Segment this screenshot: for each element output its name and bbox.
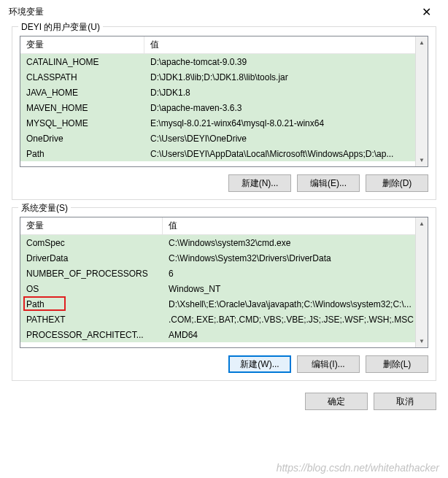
table-row[interactable]: PATHEXT.COM;.EXE;.BAT;.CMD;.VBS;.VBE;.JS… — [20, 312, 428, 327]
user-vars-group: DEYI 的用户变量(U) 变量 值 CATALINA_HOMED:\apach… — [12, 26, 436, 200]
table-row[interactable]: OneDriveC:\Users\DEYI\OneDrive — [20, 131, 428, 146]
titlebar: 环境变量 ✕ — [0, 0, 448, 22]
col-variable[interactable]: 变量 — [20, 36, 144, 54]
system-vars-group: 系统变量(S) 变量 值 ComSpecC:\Windows\system32\… — [12, 207, 436, 381]
table-row[interactable]: MAVEN_HOMED:\apache-maven-3.6.3 — [20, 100, 428, 115]
col-value[interactable]: 值 — [144, 36, 428, 54]
system-vars-buttons: 新建(W)... 编辑(I)... 删除(L) — [20, 355, 428, 373]
scroll-up-icon[interactable]: ▲ — [416, 36, 428, 49]
table-row[interactable]: CLASSPATHD:\JDK1.8\lib;D:\JDK1.8\lib\too… — [20, 69, 428, 85]
user-vars-table[interactable]: 变量 值 CATALINA_HOMED:\apache-tomcat-9.0.3… — [20, 36, 428, 167]
edit-system-var-button[interactable]: 编辑(I)... — [297, 355, 360, 373]
scrollbar[interactable]: ▲ ▼ — [415, 36, 428, 166]
col-value[interactable]: 值 — [163, 217, 428, 235]
table-row[interactable]: OSWindows_NT — [20, 281, 428, 296]
table-row[interactable]: PathD:\Xshell\;E:\Oracle\Java\javapath;C… — [20, 296, 428, 312]
dialog-title: 环境变量 — [9, 6, 44, 18]
cancel-button[interactable]: 取消 — [374, 393, 436, 410]
scrollbar[interactable]: ▲ ▼ — [415, 217, 428, 347]
table-row[interactable]: ComSpecC:\Windows\system32\cmd.exe — [20, 235, 428, 250]
table-row[interactable]: PROCESSOR_ARCHITECT...AMD64 — [20, 327, 428, 342]
system-vars-label: 系统变量(S) — [18, 202, 71, 215]
new-system-var-button[interactable]: 新建(W)... — [228, 355, 291, 373]
col-variable[interactable]: 变量 — [20, 217, 163, 235]
edit-user-var-button[interactable]: 编辑(E)... — [297, 174, 360, 192]
close-icon[interactable]: ✕ — [412, 5, 441, 19]
watermark: https://blog.csdn.net/whitehathacker — [277, 462, 439, 474]
scroll-up-icon[interactable]: ▲ — [416, 217, 428, 230]
scroll-down-icon[interactable]: ▼ — [416, 154, 428, 166]
table-row[interactable]: MYSQL_HOMEE:\mysql-8.0.21-winx64\mysql-8… — [20, 115, 428, 131]
table-header: 变量 值 — [20, 217, 428, 235]
user-vars-buttons: 新建(N)... 编辑(E)... 删除(D) — [20, 174, 428, 192]
delete-system-var-button[interactable]: 删除(L) — [366, 355, 428, 373]
dialog-buttons: 确定 取消 — [0, 388, 448, 417]
table-row[interactable]: CATALINA_HOMED:\apache-tomcat-9.0.39 — [20, 54, 428, 69]
system-vars-body: ComSpecC:\Windows\system32\cmd.exe Drive… — [20, 235, 428, 342]
scroll-down-icon[interactable]: ▼ — [416, 335, 428, 347]
table-row[interactable]: NUMBER_OF_PROCESSORS6 — [20, 266, 428, 281]
new-user-var-button[interactable]: 新建(N)... — [228, 174, 291, 192]
ok-button[interactable]: 确定 — [305, 393, 368, 410]
table-row[interactable]: DriverDataC:\Windows\System32\Drivers\Dr… — [20, 250, 428, 266]
table-header: 变量 值 — [20, 36, 428, 54]
table-row[interactable]: JAVA_HOMED:\JDK1.8 — [20, 85, 428, 100]
user-vars-label: DEYI 的用户变量(U) — [18, 21, 103, 34]
table-row[interactable]: PathC:\Users\DEYI\AppData\Local\Microsof… — [20, 146, 428, 161]
system-vars-table[interactable]: 变量 值 ComSpecC:\Windows\system32\cmd.exe … — [20, 217, 428, 348]
user-vars-body: CATALINA_HOMED:\apache-tomcat-9.0.39 CLA… — [20, 54, 428, 161]
delete-user-var-button[interactable]: 删除(D) — [366, 174, 428, 192]
